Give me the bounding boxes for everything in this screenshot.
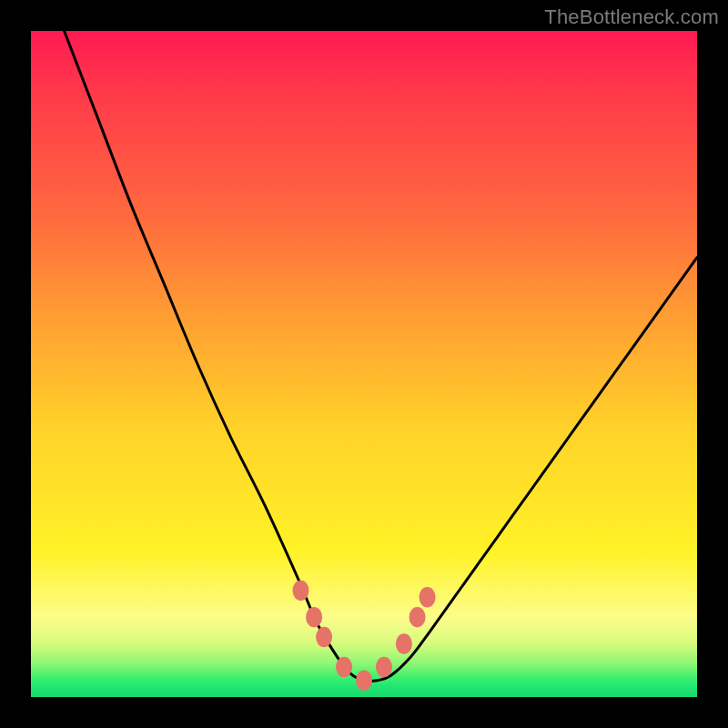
- threshold-marker: [316, 627, 332, 648]
- watermark-text: TheBottleneck.com: [544, 5, 719, 29]
- chart-frame: TheBottleneck.com: [0, 0, 728, 728]
- threshold-marker: [336, 657, 352, 678]
- threshold-marker: [410, 607, 426, 628]
- threshold-marker: [356, 670, 372, 691]
- curve-layer: [65, 31, 697, 681]
- plot-area: [31, 31, 697, 697]
- chart-svg: [31, 31, 697, 697]
- threshold-marker: [376, 657, 392, 678]
- threshold-marker: [420, 587, 436, 608]
- threshold-marker: [396, 633, 412, 654]
- bottleneck-curve: [65, 31, 697, 681]
- marker-layer: [292, 581, 435, 691]
- threshold-marker: [306, 607, 322, 628]
- threshold-marker: [292, 581, 308, 602]
